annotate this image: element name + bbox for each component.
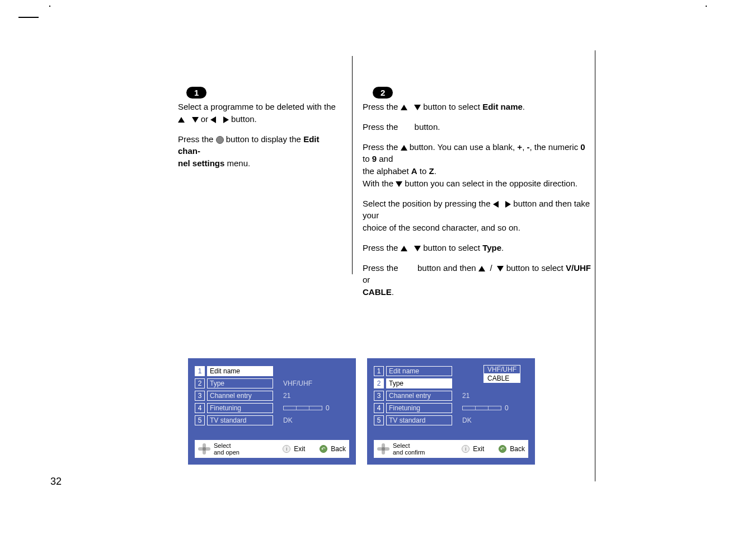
text: button. — [415, 122, 440, 132]
menu-row-3[interactable]: 3 Channel entry 21 — [374, 391, 528, 401]
menu-label: Channel entry — [207, 391, 273, 401]
crop-mark-dot-tl — [49, 6, 50, 7]
menu-row-1[interactable]: 1 Edit name — [195, 366, 349, 376]
type-dropdown[interactable]: VHF/UHF CABLE — [476, 365, 520, 383]
menu-row-1[interactable]: 1 Edit name VHF/UHF CABLE — [374, 366, 528, 376]
step2-line6: Select the position by pressing the butt… — [363, 198, 591, 234]
plus: + — [517, 142, 522, 152]
menu-label: Channel entry — [386, 391, 452, 401]
text: and — [377, 154, 393, 163]
text: choice of the second character, and so o… — [363, 223, 520, 232]
text: Select the position by pressing the — [363, 199, 493, 208]
info-icon: i — [462, 445, 469, 453]
menu-label: Finetuning — [207, 403, 273, 413]
text: . — [523, 102, 525, 111]
menu-row-5[interactable]: 5 TV standard DK — [374, 415, 528, 425]
text: to — [363, 154, 372, 163]
menu-num: 3 — [374, 391, 384, 401]
menu-value: VHF/UHF — [283, 380, 312, 387]
arrow-down-icon — [396, 181, 402, 187]
text: Press the — [363, 122, 401, 132]
menu-num: 1 — [195, 366, 205, 376]
hint-select: Select and open — [214, 442, 240, 456]
menu-row-5[interactable]: 5 TV standard DK — [195, 415, 349, 425]
hint-select-2: and confirm — [393, 449, 425, 456]
text: Select a programme to be deleted with th… — [178, 102, 336, 111]
text: the alphabet — [363, 166, 411, 176]
hint-back: Back — [510, 445, 525, 453]
hint-bar: Select and open i Exit ↶ Back — [195, 440, 349, 458]
slider-value: 0 — [505, 404, 509, 412]
hint-bar: Select and confirm i Exit ↶ Back — [374, 440, 528, 458]
back-icon: ↶ — [499, 445, 506, 453]
menu-num: 4 — [374, 403, 384, 413]
menu-label: Edit name — [207, 366, 273, 376]
text: or — [201, 114, 211, 124]
menu-value: DK — [462, 416, 472, 424]
text: Press the — [363, 243, 401, 252]
text: button to display the — [226, 134, 303, 144]
menu-num: 5 — [195, 415, 205, 425]
arrow-down-icon — [414, 105, 421, 110]
text: Press the — [363, 263, 401, 273]
text: . — [434, 166, 436, 176]
menu-num: 4 — [195, 403, 205, 413]
dropdown-option-1[interactable]: VHF/UHF — [483, 365, 520, 374]
arrow-up-icon — [178, 117, 185, 123]
info-icon: i — [283, 445, 290, 453]
step2-line2: Press the button. — [363, 121, 591, 133]
menu-num: 1 — [374, 366, 384, 376]
menu-row-4[interactable]: 4 Finetuning 0 — [374, 403, 528, 413]
menu-card-left: 1 Edit name 2 Type VHF/UHF 3 Channel ent… — [188, 358, 356, 465]
zero: 0 — [580, 142, 585, 152]
hint-exit: Exit — [294, 445, 305, 453]
arrow-left-icon — [493, 201, 499, 208]
step2-line3: Press the button. You can use a blank, +… — [363, 141, 591, 190]
menu-num: 2 — [195, 378, 205, 388]
step-2-section: 2 — [373, 87, 393, 102]
menu-num: 2 — [374, 378, 384, 388]
text: button. — [231, 114, 257, 124]
menu-num: 5 — [374, 415, 384, 425]
text: Press the — [363, 142, 401, 152]
crop-mark-dot-tr — [706, 6, 707, 7]
arrow-right-icon — [505, 201, 511, 208]
menu-row-3[interactable]: 3 Channel entry 21 — [195, 391, 349, 401]
finetuning-slider — [283, 406, 322, 410]
crop-mark-left — [18, 17, 39, 18]
step-2-badge: 2 — [373, 87, 393, 99]
text: menu. — [227, 158, 251, 168]
dropdown-option-2[interactable]: CABLE — [483, 374, 520, 383]
step1-para2: Press the button to display the Edit cha… — [178, 133, 344, 170]
step-1-text: Select a programme to be deleted with th… — [178, 101, 344, 177]
vuhf: V/UHF — [566, 263, 591, 273]
arrow-up-icon — [401, 145, 407, 151]
menu-value: 21 — [283, 392, 290, 400]
menu-label: Type — [386, 378, 452, 388]
step-2-text: Press the button to select Edit name. Pr… — [363, 101, 591, 306]
step2-line9: Press the button and then / button to se… — [363, 262, 591, 298]
hint-select-1: Select — [393, 442, 425, 449]
type-label: Type — [482, 243, 501, 252]
menu-num: 3 — [195, 391, 205, 401]
arrow-up-icon — [401, 105, 407, 110]
step-1-section: 1 — [186, 87, 206, 102]
text: button to select — [423, 243, 482, 252]
hint-select-2: and open — [214, 449, 240, 456]
menu-row-4[interactable]: 4 Finetuning 0 — [195, 403, 349, 413]
menu-row-2[interactable]: 2 Type VHF/UHF — [195, 378, 349, 388]
text: to — [417, 166, 429, 176]
hint-back: Back — [331, 445, 346, 453]
page-right-border — [595, 50, 595, 481]
arrow-down-icon — [192, 117, 199, 123]
step2-line8: Press the button to select Type. — [363, 242, 591, 254]
menu-label: Edit name — [386, 366, 452, 376]
text-bold: Edit name — [482, 102, 523, 111]
page-number: 32 — [50, 476, 62, 488]
text: . — [501, 243, 504, 252]
menu-value: 21 — [462, 392, 469, 400]
finetuning-slider — [462, 406, 501, 410]
text: button to select — [506, 263, 566, 273]
dpad-icon — [198, 443, 210, 455]
menu-label: TV standard — [207, 415, 273, 425]
